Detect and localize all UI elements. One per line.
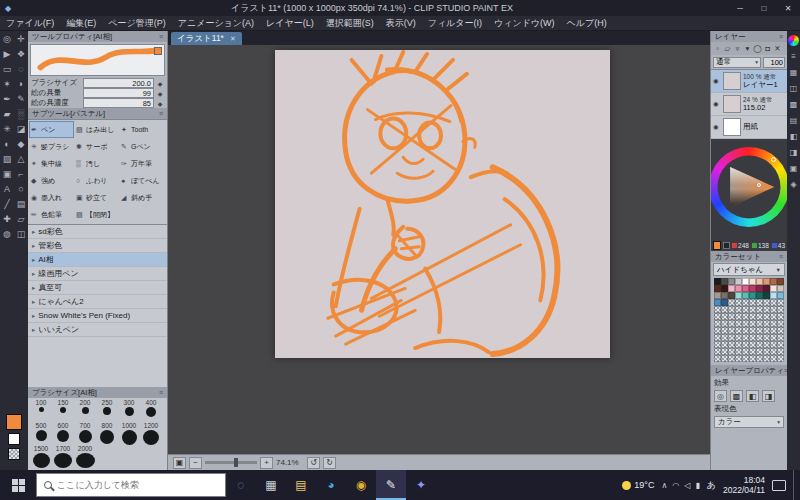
- color-swatch[interactable]: [749, 320, 756, 327]
- subtool-item[interactable]: ● ぼてぺん: [119, 172, 164, 189]
- menu-item[interactable]: ウィンドウ(W): [488, 17, 561, 30]
- action-center-icon[interactable]: [772, 480, 786, 491]
- discord-icon[interactable]: ✦: [406, 470, 436, 500]
- color-swatch[interactable]: [756, 320, 763, 327]
- brush-size-item[interactable]: 1700: [52, 445, 74, 468]
- color-swatch[interactable]: [728, 348, 735, 355]
- decoration-tool-icon[interactable]: ✳: [0, 121, 14, 136]
- color-swatch[interactable]: [714, 355, 721, 362]
- brush-size-item[interactable]: 1000: [118, 422, 140, 445]
- hue-marker[interactable]: [771, 157, 776, 162]
- brush-tool-icon[interactable]: ▰: [0, 106, 14, 121]
- cortana-icon[interactable]: ◌: [226, 470, 256, 500]
- select-pen-tool-icon[interactable]: ▱: [14, 211, 28, 226]
- pencil-tool-icon[interactable]: ✎: [14, 91, 28, 106]
- color-swatch[interactable]: [728, 313, 735, 320]
- color-swatch[interactable]: [749, 313, 756, 320]
- color-swatch[interactable]: [728, 292, 735, 299]
- new-layer-icon[interactable]: ▫: [713, 44, 722, 53]
- lock-layer-icon[interactable]: ◘: [763, 44, 772, 53]
- volume-icon[interactable]: ◁: [684, 481, 690, 490]
- material-panel-icon[interactable]: ◈: [788, 179, 799, 190]
- color-set-preset-select[interactable]: ハイドちゃん ▼: [713, 263, 785, 276]
- subtool-item[interactable]: ▧ 【開閉】: [74, 206, 119, 223]
- panel-menu-icon[interactable]: ≡: [159, 389, 163, 396]
- brush-size-item[interactable]: 150: [52, 399, 74, 422]
- color-swatch[interactable]: [721, 285, 728, 292]
- slider-stepper-icon[interactable]: ◆: [156, 90, 164, 97]
- menu-item[interactable]: 表示(V): [380, 17, 422, 30]
- color-swatch[interactable]: [728, 320, 735, 327]
- color-swatch[interactable]: [714, 327, 721, 334]
- brush-size-item[interactable]: 800: [96, 422, 118, 445]
- color-swatch[interactable]: [756, 292, 763, 299]
- layer-row[interactable]: ◉ 100 % 通常 レイヤー1: [711, 70, 787, 93]
- correct-line-tool-icon[interactable]: ✚: [0, 211, 14, 226]
- color-swatch[interactable]: [770, 278, 777, 285]
- brush-list-item[interactable]: ▸ AI相: [28, 253, 167, 267]
- slider-stepper-icon[interactable]: ◆: [156, 100, 164, 107]
- color-swatch[interactable]: [763, 355, 770, 362]
- subtool-item[interactable]: ✴ 集中線: [29, 155, 74, 172]
- color-swatch[interactable]: [735, 292, 742, 299]
- color-swatch[interactable]: [770, 285, 777, 292]
- color-set-panel-icon[interactable]: ▦: [788, 67, 799, 78]
- eyedropper-tool-icon[interactable]: ◗: [14, 76, 28, 91]
- color-swatch[interactable]: [735, 278, 742, 285]
- color-swatch[interactable]: [735, 341, 742, 348]
- maximize-button[interactable]: □: [752, 0, 776, 16]
- color-swatch[interactable]: [763, 341, 770, 348]
- color-swatch[interactable]: [728, 306, 735, 313]
- extract-line-effect-icon[interactable]: ◨: [762, 390, 775, 402]
- color-swatch[interactable]: [742, 355, 749, 362]
- zoom-slider-knob[interactable]: [234, 458, 238, 467]
- menu-item[interactable]: フィルター(I): [422, 17, 488, 30]
- color-swatch[interactable]: [742, 341, 749, 348]
- taskbar-search[interactable]: [36, 473, 226, 497]
- layer-property-panel-icon[interactable]: ◨: [788, 147, 799, 158]
- color-swatch[interactable]: [721, 278, 728, 285]
- color-swatch[interactable]: [756, 348, 763, 355]
- color-swatch[interactable]: [777, 320, 784, 327]
- color-swatch[interactable]: [770, 327, 777, 334]
- slider-stepper-icon[interactable]: ◆: [156, 80, 164, 87]
- edge-icon[interactable]: ◕: [316, 470, 346, 500]
- subtool-item[interactable]: ▣ 砂立て: [74, 189, 119, 206]
- balloon-tool-icon[interactable]: ○: [14, 181, 28, 196]
- panel-menu-icon[interactable]: ≡: [779, 33, 783, 40]
- color-swatch[interactable]: [742, 285, 749, 292]
- taskbar-clock[interactable]: 18:04 2022/04/11: [723, 475, 765, 495]
- color-swatch[interactable]: [777, 278, 784, 285]
- zoom-out-icon[interactable]: −: [189, 457, 202, 469]
- color-swatch[interactable]: [742, 299, 749, 306]
- color-swatch[interactable]: [763, 285, 770, 292]
- subtool-item[interactable]: ✒ ペン: [29, 121, 74, 138]
- brush-list-item[interactable]: ▸ 線画用ペン: [28, 267, 167, 281]
- color-swatch[interactable]: [763, 320, 770, 327]
- mix-color-tool-icon[interactable]: ◍: [0, 226, 14, 241]
- frame-border-tool-icon[interactable]: ▣: [0, 166, 14, 181]
- close-button[interactable]: ✕: [776, 0, 800, 16]
- color-swatch[interactable]: [714, 348, 721, 355]
- color-swatch[interactable]: [770, 348, 777, 355]
- color-swatch[interactable]: [742, 313, 749, 320]
- subtool-item[interactable]: ✳ 髪ブラシ: [29, 138, 74, 155]
- delete-layer-icon[interactable]: ✕: [773, 44, 782, 53]
- clip-studio-icon[interactable]: ✎: [376, 470, 406, 500]
- wifi-icon[interactable]: ◠: [672, 481, 679, 490]
- tab-close-icon[interactable]: ✕: [230, 35, 236, 43]
- show-desktop-button[interactable]: [793, 470, 797, 500]
- canvas-tab[interactable]: イラスト11* ✕: [171, 32, 242, 45]
- color-swatch[interactable]: [714, 278, 721, 285]
- menu-item[interactable]: ファイル(F): [0, 17, 60, 30]
- subtool-item[interactable]: ✏ 色鉛筆: [29, 206, 74, 223]
- color-swatch[interactable]: [777, 306, 784, 313]
- slider-bar[interactable]: 85: [83, 98, 154, 108]
- brush-size-item[interactable]: 250: [96, 399, 118, 422]
- color-swatch[interactable]: [749, 292, 756, 299]
- color-slider-panel-icon[interactable]: ≡: [788, 51, 799, 62]
- file-explorer-icon[interactable]: ▤: [286, 470, 316, 500]
- lasso-tool-icon[interactable]: ◌: [14, 61, 28, 76]
- color-swatch[interactable]: [756, 341, 763, 348]
- color-swatch[interactable]: [714, 313, 721, 320]
